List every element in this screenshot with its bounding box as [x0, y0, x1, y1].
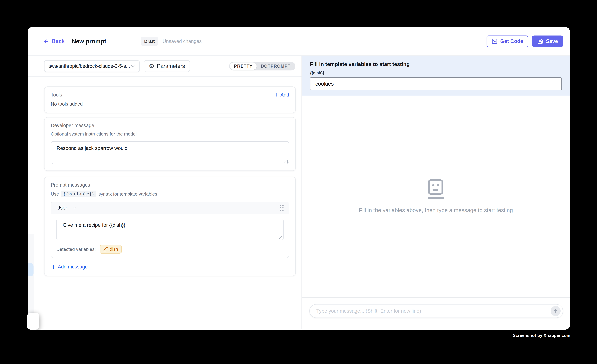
- resize-handle-icon[interactable]: [284, 160, 288, 163]
- save-button[interactable]: Save: [532, 36, 563, 47]
- toggle-option-dotprompt[interactable]: DOTPROMPT: [257, 62, 295, 70]
- add-message-button[interactable]: Add message: [51, 264, 289, 270]
- message-block: User Give me a recipe for {{dish}}: [51, 202, 289, 258]
- add-tool-button[interactable]: Add: [274, 92, 289, 98]
- developer-message-input[interactable]: Respond as jack sparrow would: [51, 141, 289, 164]
- variable-chip-dish[interactable]: dish: [100, 245, 122, 254]
- variable-chip-label: dish: [110, 247, 118, 252]
- status-badge: Draft: [141, 37, 158, 46]
- empty-state-text: Fill in the variables above, then type a…: [359, 207, 513, 213]
- model-select-value: aws/anthropic/bedrock-claude-3-5-s...: [48, 63, 130, 69]
- terminal-icon: [492, 38, 498, 44]
- resize-handle-icon[interactable]: [279, 236, 282, 239]
- back-label: Back: [52, 38, 65, 44]
- page-title: New prompt: [72, 38, 106, 45]
- model-select[interactable]: aws/anthropic/bedrock-claude-3-5-s...: [44, 60, 140, 72]
- arrow-up-icon: [553, 308, 558, 314]
- role-select-value: User: [56, 205, 67, 211]
- watermark-text: Screenshot by Xnapper.com: [513, 333, 570, 338]
- tools-title: Tools: [51, 92, 62, 98]
- hint-prefix: Use: [51, 191, 59, 197]
- app-window: Back New prompt Draft Unsaved changes Ge…: [28, 27, 570, 330]
- editor-scroll-area: Tools Add No tools added Developer messa…: [28, 77, 301, 276]
- header: Back New prompt Draft Unsaved changes Ge…: [28, 27, 570, 56]
- add-message-label: Add message: [58, 264, 88, 270]
- view-mode-toggle: PRETTY DOTPROMPT: [229, 62, 295, 70]
- chat-input-bar: [302, 297, 570, 329]
- background-window-corner: [27, 313, 39, 330]
- hint-suffix: syntax for template variables: [99, 191, 157, 197]
- message-content-input[interactable]: Give me a recipe for {{dish}}: [56, 219, 283, 240]
- drag-handle-icon[interactable]: [280, 205, 283, 211]
- background-sidebar-sliver: [28, 234, 34, 313]
- template-variables-heading: Fill in template variables to start test…: [310, 61, 562, 67]
- message-body: Give me a recipe for {{dish}} Detected v…: [51, 214, 289, 258]
- prompt-messages-title: Prompt messages: [51, 182, 289, 188]
- variable-name-label: {{dish}}: [310, 71, 562, 75]
- template-variables-section: Fill in template variables to start test…: [302, 56, 570, 96]
- prompt-messages-card: Prompt messages Use {{variable}} syntax …: [44, 177, 296, 276]
- robot-face-icon: [428, 179, 444, 199]
- gear-icon: ⚙: [149, 63, 154, 69]
- detected-variables-label: Detected variables:: [56, 247, 96, 252]
- variable-syntax-chip: {{variable}}: [61, 190, 96, 197]
- test-panel: Fill in template variables to start test…: [302, 56, 570, 329]
- variable-value-input[interactable]: [310, 77, 562, 90]
- arrow-left-icon: [43, 38, 49, 45]
- chat-message-input[interactable]: [316, 308, 546, 314]
- tools-card: Tools Add No tools added: [44, 86, 296, 113]
- save-icon: [537, 38, 543, 44]
- plus-icon: [51, 264, 56, 270]
- add-tool-label: Add: [281, 92, 289, 98]
- role-select[interactable]: User: [56, 205, 77, 211]
- developer-message-title: Developer message: [51, 123, 289, 128]
- developer-message-card: Developer message Optional system instru…: [44, 117, 296, 171]
- back-button[interactable]: Back: [43, 38, 65, 45]
- background-selected-item: [28, 263, 33, 276]
- send-button[interactable]: [550, 306, 561, 316]
- prompt-editor-panel: aws/anthropic/bedrock-claude-3-5-s... ⚙ …: [28, 56, 302, 329]
- get-code-label: Get Code: [500, 38, 523, 44]
- plus-icon: [274, 92, 279, 98]
- toggle-option-pretty[interactable]: PRETTY: [230, 62, 257, 70]
- unsaved-changes-text: Unsaved changes: [163, 38, 202, 44]
- chat-empty-state: Fill in the variables above, then type a…: [302, 96, 570, 297]
- save-label: Save: [546, 38, 558, 44]
- tools-empty-text: No tools added: [51, 101, 289, 107]
- developer-message-subtitle: Optional system instructions for the mod…: [51, 131, 289, 136]
- chevron-down-icon: [73, 205, 77, 210]
- message-header: User: [51, 202, 289, 214]
- model-bar: aws/anthropic/bedrock-claude-3-5-s... ⚙ …: [28, 56, 301, 77]
- parameters-button[interactable]: ⚙ Parameters: [144, 60, 190, 72]
- pencil-icon: [103, 247, 108, 251]
- get-code-button[interactable]: Get Code: [487, 36, 528, 47]
- chat-input-box: [309, 304, 563, 318]
- parameters-label: Parameters: [157, 63, 185, 69]
- chevron-down-icon: [130, 63, 135, 69]
- screenshot-stage: Screenshot by Xnapper.com Back New promp…: [0, 0, 597, 364]
